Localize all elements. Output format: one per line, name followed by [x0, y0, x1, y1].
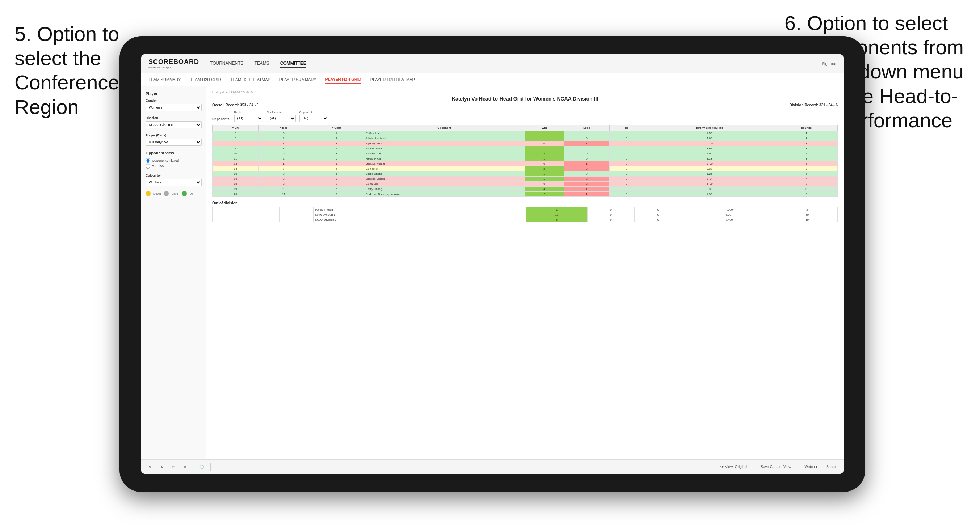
table-row: 19106Emily Chang4100.3011	[213, 187, 838, 192]
table-row: 633Sydney Kuo010-1.003	[213, 141, 838, 146]
report-title: Katelyn Vo Head-to-Head Grid for Women's…	[212, 96, 838, 102]
nav-links: TOURNAMENTS TEAMS COMMITTEE	[210, 59, 822, 68]
sidebar-colour-select[interactable]: Win/loss	[146, 179, 202, 186]
ood-table-row: Foreign Team1004.5002	[213, 207, 838, 212]
copy-btn[interactable]: ⧉	[181, 464, 188, 470]
toolbar-sep3	[754, 464, 754, 471]
sign-out-link[interactable]: Sign out	[822, 62, 836, 66]
color-level-dot	[164, 191, 169, 196]
undo-btn[interactable]: ↺	[146, 464, 154, 470]
overall-record: Overall Record: 353 - 34 - 6	[212, 103, 258, 107]
toolbar-sep1	[192, 464, 193, 471]
sidebar-opponent-view-section: Opponent view Opponents Played Top 100	[146, 151, 202, 168]
filter-row: Opponents: Region (All) Conference (All)	[212, 111, 838, 122]
toolbar-sep2	[210, 464, 211, 471]
sidebar-player-rank-label: Player (Rank)	[146, 133, 202, 137]
nav-teams[interactable]: TEAMS	[254, 59, 269, 68]
sidebar-division-label: Division	[146, 116, 202, 120]
last-updated: Last Updated: 27/03/2024 04:54	[212, 90, 838, 94]
logo-text: SCOREBOARD	[148, 58, 199, 66]
sub-nav: TEAM SUMMARY TEAM H2H GRID TEAM H2H HEAT…	[141, 73, 843, 86]
opponents-label: Opponents:	[212, 117, 231, 122]
opponent-select[interactable]: (All)	[299, 115, 328, 122]
subnav-team-summary[interactable]: TEAM SUMMARY	[148, 76, 181, 83]
sidebar-player-rank-section: Player (Rank) 8. Katelyn Vo	[146, 133, 202, 146]
sidebar-player-title: Player	[146, 92, 202, 96]
color-up-label: Up	[190, 192, 193, 195]
conference-label: Conference	[267, 111, 296, 114]
radio-top100[interactable]: Top 100	[146, 164, 202, 168]
sidebar-division-select[interactable]: NCAA Division III	[146, 121, 202, 129]
region-filter: Region (All)	[234, 111, 263, 122]
subnav-player-h2h-heatmap[interactable]: PLAYER H2H HEATMAP	[370, 76, 415, 83]
nav-bar: SCOREBOARD Powered by clippd TOURNAMENTS…	[141, 54, 843, 73]
region-select[interactable]: (All)	[234, 115, 263, 122]
save-custom-view-btn[interactable]: Save Custom View	[759, 464, 793, 470]
table-row: 20117Federica Domecq Lacroze2101.336	[213, 192, 838, 197]
region-label: Region	[234, 111, 263, 114]
nav-tournaments[interactable]: TOURNAMENTS	[210, 59, 243, 68]
conference-select[interactable]: (All)	[267, 115, 296, 122]
share-btn[interactable]: Share	[824, 464, 838, 470]
color-down-label: Down	[153, 192, 161, 195]
toolbar-sep4	[798, 464, 798, 471]
table-row: 1633Jessica Mason120-0.947	[213, 176, 838, 182]
th-tie: Tie	[609, 125, 644, 131]
logo-sub: Powered by clippd	[148, 66, 199, 69]
sidebar-player-rank-select[interactable]: 8. Katelyn Vo	[146, 138, 202, 146]
conference-filter: Conference (All)	[267, 111, 296, 122]
tablet-screen: SCOREBOARD Powered by clippd TOURNAMENTS…	[141, 54, 843, 474]
ood-table-row: NAIA Division 115009.26730	[213, 212, 838, 217]
color-level-label: Level	[172, 192, 178, 195]
table-row: 1474Eunice Yi2200.389	[213, 167, 838, 171]
subnav-team-h2h-heatmap[interactable]: TEAM H2H HEATMAP	[230, 76, 270, 83]
th-loss: Loss	[564, 125, 610, 131]
sidebar-colour-section: Colour by Win/loss	[146, 174, 202, 186]
th-div: # Div	[213, 125, 259, 131]
opponent-filter-label: Opponent	[299, 111, 328, 114]
ood-table-row: NCAA Division 25007.40010	[213, 217, 838, 222]
out-of-division-table: Foreign Team1004.5002NAIA Division 11500…	[212, 207, 838, 222]
bottom-toolbar: ↺ ↻ ⬅ ⧉ 🕐 👁 View: Original Save Custom V…	[141, 459, 843, 474]
table-row: 1063Andrea York2004.004	[213, 151, 838, 156]
color-down-dot	[146, 191, 151, 196]
clock-btn[interactable]: 🕐	[197, 464, 206, 470]
color-up-dot	[182, 191, 187, 196]
table-row: 1311Jessica Huang010-3.002	[213, 161, 838, 167]
table-row: 1585Stella Cheng1001.254	[213, 171, 838, 176]
table-row: 914Sharon Mun13.673	[213, 146, 838, 151]
sidebar-opponent-view-title: Opponent view	[146, 151, 202, 155]
radio-group: Opponents Played Top 100	[146, 158, 202, 168]
sidebar-division-section: Division NCAA Division III	[146, 116, 202, 129]
opponent-filter: Opponent (All)	[299, 111, 328, 122]
view-original-label: View: Original	[725, 465, 748, 469]
th-reg: # Reg	[258, 125, 309, 131]
back-btn[interactable]: ⬅	[170, 464, 177, 470]
nav-committee[interactable]: COMMITTEE	[280, 59, 306, 68]
sidebar-gender-section: Gender Women's	[146, 99, 202, 111]
th-opponent: Opponent	[364, 125, 525, 131]
color-indicators: Down Level Up	[146, 191, 202, 196]
table-row: 522Alexis Sudjianto1004.003	[213, 136, 838, 141]
sidebar-gender-label: Gender	[146, 99, 202, 102]
content-panel: Last Updated: 27/03/2024 04:54 Katelyn V…	[206, 86, 843, 459]
subnav-player-h2h-grid[interactable]: PLAYER H2H GRID	[325, 76, 361, 84]
toolbar-right: 👁 View: Original Save Custom View Watch …	[718, 464, 838, 471]
th-win: Win	[525, 125, 564, 131]
radio-opponents-played[interactable]: Opponents Played	[146, 158, 202, 163]
main-content: Player Gender Women's Division NCAA Divi…	[141, 86, 843, 459]
records-row: Overall Record: 353 - 34 - 6 Division Re…	[212, 103, 838, 107]
sidebar-gender-select[interactable]: Women's	[146, 104, 202, 111]
out-of-division-title: Out of division	[212, 201, 838, 205]
redo-btn[interactable]: ↻	[158, 464, 165, 470]
division-record: Division Record: 331 - 34 - 6	[789, 103, 838, 107]
th-diff: Diff Av Strokes/Rnd	[644, 125, 775, 131]
watch-btn[interactable]: Watch ▾	[803, 464, 820, 470]
subnav-player-summary[interactable]: PLAYER SUMMARY	[280, 76, 317, 83]
view-original-btn[interactable]: 👁 View: Original	[718, 464, 749, 470]
table-row: 1125Heejo Hyun1003.333	[213, 156, 838, 161]
th-rounds: Rounds	[775, 125, 838, 131]
logo-area: SCOREBOARD Powered by clippd	[148, 58, 199, 69]
table-row: 331Esther Lee11.504	[213, 131, 838, 136]
subnav-team-h2h-grid[interactable]: TEAM H2H GRID	[190, 76, 221, 83]
